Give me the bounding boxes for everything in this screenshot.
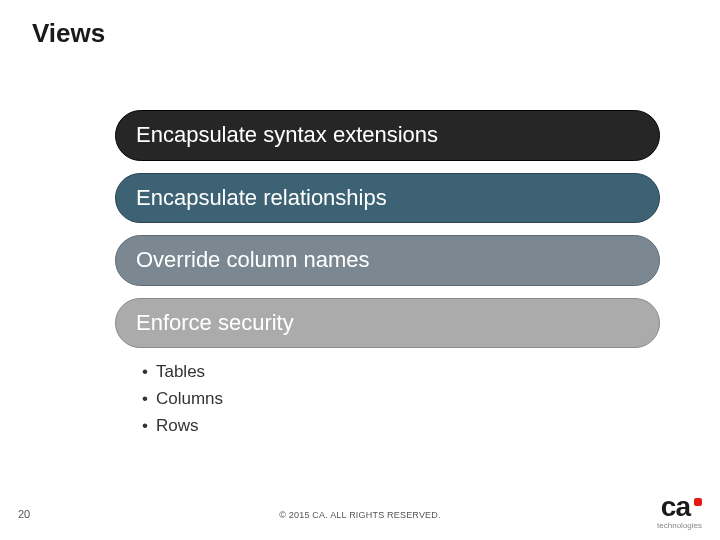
bullet-label: Rows — [156, 412, 199, 439]
brand-name: ca — [661, 491, 690, 523]
brand-main: ca — [661, 491, 702, 523]
bullet-item: •Tables — [142, 358, 223, 385]
bullet-label: Tables — [156, 358, 205, 385]
brand-logo: ca technologies — [657, 491, 702, 530]
pill-item: Encapsulate syntax extensions — [115, 110, 660, 161]
bullet-icon: • — [142, 358, 148, 385]
pill-label: Enforce security — [136, 310, 294, 335]
bullet-list: •Tables •Columns •Rows — [142, 358, 223, 440]
pill-item: Enforce security — [115, 298, 660, 349]
bullet-icon: • — [142, 385, 148, 412]
bullet-label: Columns — [156, 385, 223, 412]
pill-item: Override column names — [115, 235, 660, 286]
pill-label: Encapsulate syntax extensions — [136, 122, 438, 147]
copyright-text: © 2015 CA. ALL RIGHTS RESERVED. — [0, 510, 720, 520]
pill-item: Encapsulate relationships — [115, 173, 660, 224]
brand-dot-icon — [694, 498, 702, 506]
brand-sub: technologies — [657, 521, 702, 530]
pill-label: Override column names — [136, 247, 370, 272]
page-title: Views — [32, 18, 105, 49]
slide: Views Encapsulate syntax extensions Enca… — [0, 0, 720, 540]
bullet-icon: • — [142, 412, 148, 439]
pill-label: Encapsulate relationships — [136, 185, 387, 210]
pill-list: Encapsulate syntax extensions Encapsulat… — [115, 110, 660, 348]
bullet-item: •Columns — [142, 385, 223, 412]
bullet-item: •Rows — [142, 412, 223, 439]
